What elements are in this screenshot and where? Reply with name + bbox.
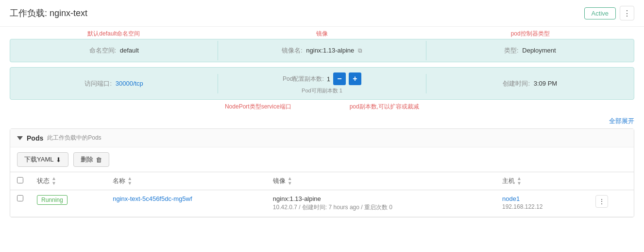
annotation-nodeport: NodePort类型service端口 (225, 103, 291, 111)
table-row: Running nginx-text-5c456f5dc-mg5wf nginx… (10, 190, 634, 217)
info-card-1: 命名空间: default 镜像名: nginx:1.13-alpine ⧉ 类… (10, 39, 634, 62)
host-ip: 192.168.122.12 (502, 203, 582, 210)
namespace-value: default (120, 47, 139, 54)
page-title: 工作负载: nginx-text (10, 7, 87, 19)
select-all-cell (10, 172, 30, 190)
pod-config-value: 1 (327, 75, 330, 83)
sort-image-icon[interactable]: ▲▼ (288, 176, 292, 186)
th-host: 主机 ▲▼ (495, 172, 589, 190)
copy-icon[interactable]: ⧉ (358, 47, 362, 54)
pods-title: Pods (27, 134, 43, 142)
pod-count-row: Pod配置副本数: 1 − + (283, 72, 361, 85)
pod-available-label: Pod可用副本数 (302, 88, 338, 93)
created-value: 3:09 PM (534, 80, 557, 87)
port-label: 访问端口: (85, 80, 112, 87)
download-icon: ⬇ (56, 156, 61, 163)
host-name-link[interactable]: node1 (502, 195, 582, 202)
pod-count-cell: Pod配置副本数: 1 − + Pod可用副本数 1 (218, 68, 425, 99)
status-badge: Active (584, 7, 616, 19)
delete-icon: 🗑 (96, 156, 102, 163)
type-label: 类型: (504, 47, 519, 54)
th-status-label: 状态 (37, 177, 50, 185)
download-yaml-label: 下载YAML (24, 155, 53, 164)
info-card-2: 访问端口: 30000/tcp Pod配置副本数: 1 − + Pod可用副本数… (10, 67, 634, 100)
annotation-row-2: NodePort类型service端口 pod副本数,可以扩容或裁减 (10, 102, 634, 115)
header-actions: Active ⋮ (584, 6, 634, 20)
pods-subtitle: 此工作负载中的Pods (47, 134, 101, 142)
image-value: nginx:1.13-alpine (306, 47, 354, 54)
row-checkbox[interactable] (17, 195, 23, 201)
created-label: 创建时间: (503, 80, 530, 87)
collapse-toggle[interactable] (17, 136, 23, 140)
sort-host-icon[interactable]: ▲▼ (517, 176, 522, 186)
pods-header: Pods 此工作负载中的Pods (10, 129, 634, 147)
expand-link[interactable]: 全部展开 (609, 117, 634, 125)
download-yaml-button[interactable]: 下载YAML ⬇ (17, 152, 68, 167)
type-value: Deployment (522, 47, 556, 54)
created-cell: 创建时间: 3:09 PM (426, 72, 634, 95)
pod-name-link[interactable]: nginx-text-5c456f5dc-mg5wf (113, 195, 192, 202)
th-image: 镜像 ▲▼ (266, 172, 495, 190)
row-more-cell: ⋮ (589, 190, 634, 217)
image-meta: 10.42.0.7 / 创建时间: 7 hours ago / 重启次数 0 (273, 203, 489, 212)
table-header-row: 状态 ▲▼ 名称 ▲▼ 镜像 ▲▼ (10, 172, 634, 190)
running-badge: Running (37, 195, 68, 205)
row-image-cell: nginx:1.13-alpine 10.42.0.7 / 创建时间: 7 ho… (266, 190, 495, 217)
pod-decrease-button[interactable]: − (333, 72, 346, 85)
port-cell: 访问端口: 30000/tcp (10, 72, 218, 95)
info-section: 默认default命名空间 镜像 pod控制器类型 命名空间: default … (0, 27, 644, 128)
title-name: nginx-text (50, 8, 87, 18)
annotation-pod-scale: pod副本数,可以扩容或裁减 (350, 103, 419, 111)
row-more-button[interactable]: ⋮ (595, 195, 608, 208)
type-cell: 类型: Deployment (426, 39, 634, 62)
th-name: 名称 ▲▼ (106, 172, 266, 190)
pod-config-label: Pod配置副本数: (283, 75, 324, 83)
pod-available-value: 1 (339, 88, 342, 93)
expand-row: 全部展开 (10, 115, 634, 128)
pod-increase-button[interactable]: + (349, 72, 361, 85)
image-cell: 镜像名: nginx:1.13-alpine ⧉ (218, 39, 425, 62)
th-image-label: 镜像 (273, 177, 286, 185)
pods-table: 状态 ▲▼ 名称 ▲▼ 镜像 ▲▼ (10, 172, 634, 217)
th-host-label: 主机 (502, 177, 515, 185)
annotation-pod-type: pod控制器类型 (426, 30, 634, 38)
port-value[interactable]: 30000/tcp (116, 80, 143, 87)
row-status-cell: Running (30, 190, 106, 217)
sort-status-icon[interactable]: ▲▼ (51, 176, 56, 186)
delete-button[interactable]: 删除 🗑 (73, 152, 109, 167)
title-prefix: 工作负载: (10, 8, 47, 18)
more-button[interactable]: ⋮ (620, 6, 634, 20)
delete-label: 删除 (81, 155, 93, 164)
namespace-label: 命名空间: (89, 47, 117, 54)
image-name: nginx:1.13-alpine (273, 195, 489, 202)
namespace-cell: 命名空间: default (10, 39, 218, 62)
annotation-row-1: 默认default命名空间 镜像 pod控制器类型 (10, 27, 634, 39)
page-header: 工作负载: nginx-text Active ⋮ (0, 0, 644, 27)
row-host-cell: node1 192.168.122.12 (495, 190, 589, 217)
th-name-label: 名称 (113, 177, 125, 185)
row-checkbox-cell (10, 190, 30, 217)
th-actions (589, 172, 634, 190)
pods-section: Pods 此工作负载中的Pods 下载YAML ⬇ 删除 🗑 状态 ▲▼ (10, 128, 634, 217)
action-bar: 下载YAML ⬇ 删除 🗑 (10, 147, 634, 172)
th-status: 状态 ▲▼ (30, 172, 106, 190)
pod-available-row: Pod可用副本数 1 (302, 87, 342, 94)
annotation-image: 镜像 (218, 30, 426, 38)
image-label: 镜像名: (282, 47, 303, 54)
row-name-cell: nginx-text-5c456f5dc-mg5wf (106, 190, 266, 217)
select-all-checkbox[interactable] (17, 177, 23, 183)
sort-name-icon[interactable]: ▲▼ (127, 176, 132, 186)
annotation-namespace: 默认default命名空间 (10, 30, 218, 38)
